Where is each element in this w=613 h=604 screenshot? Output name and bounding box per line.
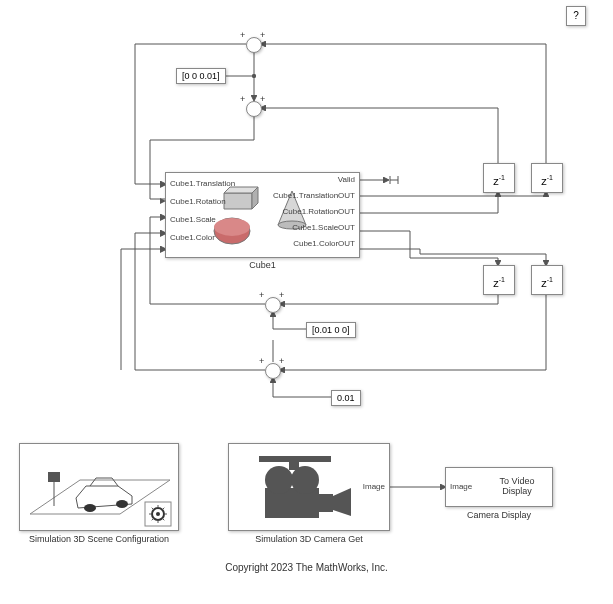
port-out-valid: Valid (338, 175, 355, 184)
simulink-canvas[interactable]: ? + + + + + + + + [0 0 0.01] [0.01 0 0] … (0, 0, 613, 604)
unit-delay-scale[interactable]: z-1 (483, 265, 515, 295)
svg-rect-37 (259, 456, 331, 462)
svg-rect-38 (289, 462, 299, 470)
port-in-translation: Cube1.Translation (170, 179, 235, 188)
gear-icon (149, 505, 167, 523)
port-out-translationout: Cube1.TranslationOUT (273, 191, 355, 200)
svg-marker-34 (333, 488, 351, 516)
constant-rotation-step[interactable]: [0.01 0 0] (306, 322, 356, 338)
port-out-colorout: Cube1.ColorOUT (293, 239, 355, 248)
video-display-text: To Video Display (488, 476, 546, 496)
svg-point-35 (265, 466, 293, 494)
svg-point-19 (84, 504, 96, 512)
svg-point-2 (252, 74, 256, 78)
svg-rect-33 (319, 494, 333, 512)
scene-config-icon (20, 444, 180, 532)
constant-scale-step[interactable]: 0.01 (331, 390, 361, 406)
port-in-scale: Cube1.Scale (170, 215, 216, 224)
svg-marker-11 (160, 182, 166, 188)
sim3d-scene-config-block[interactable] (19, 443, 179, 531)
svg-marker-12 (160, 198, 166, 204)
port-in-rotation: Cube1.Rotation (170, 197, 226, 206)
svg-marker-4 (224, 193, 252, 209)
svg-rect-18 (48, 472, 60, 482)
camera-display-label: Camera Display (445, 510, 553, 520)
sim3d-scene-config-label: Simulation 3D Scene Configuration (19, 534, 179, 544)
port-in-color: Cube1.Color (170, 233, 215, 242)
port-out-image: Image (363, 482, 385, 491)
constant-translation-step[interactable]: [0 0 0.01] (176, 68, 226, 84)
sim3d-camera-get-label: Simulation 3D Camera Get (228, 534, 390, 544)
copyright-text: Copyright 2023 The MathWorks, Inc. (0, 562, 613, 573)
unit-delay-rotation[interactable]: z-1 (483, 163, 515, 193)
sim3d-camera-get-block[interactable]: Image (228, 443, 390, 531)
svg-point-36 (291, 466, 319, 494)
port-out-scaleout: Cube1.ScaleOUT (292, 223, 355, 232)
help-block[interactable]: ? (566, 6, 586, 26)
svg-point-31 (156, 512, 160, 516)
unit-delay-color[interactable]: z-1 (531, 265, 563, 295)
port-in-image: Image (450, 482, 472, 491)
svg-marker-13 (160, 215, 166, 221)
svg-point-10 (214, 218, 250, 236)
unit-delay-translation[interactable]: z-1 (531, 163, 563, 193)
port-out-rotationout: Cube1.RotationOUT (283, 207, 355, 216)
terminator-valid[interactable] (388, 174, 400, 186)
svg-marker-15 (160, 247, 166, 253)
svg-point-20 (116, 500, 128, 508)
cube1-block[interactable]: Cube1.Translation Cube1.Rotation Cube1.S… (165, 172, 360, 258)
cube1-label: Cube1 (165, 260, 360, 270)
video-display-block[interactable]: Image To Video Display (445, 467, 553, 507)
svg-marker-14 (160, 231, 166, 237)
